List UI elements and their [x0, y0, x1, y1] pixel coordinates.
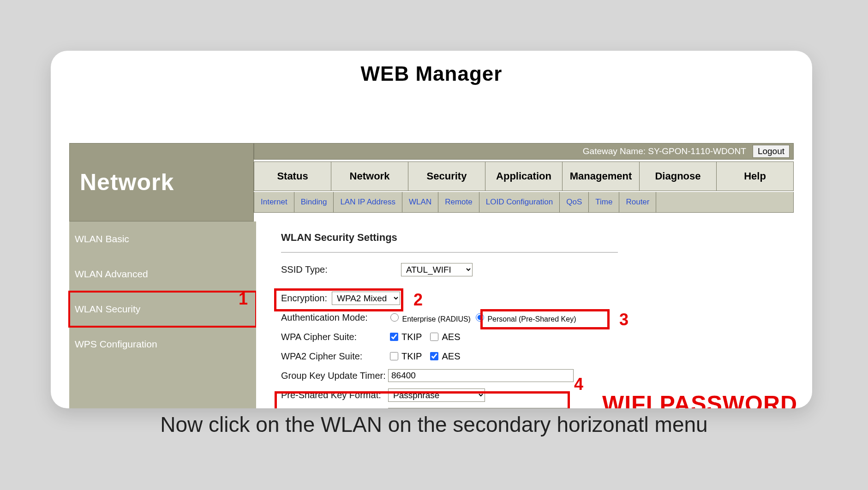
wpa-tkip-label[interactable]: TKIP: [388, 331, 422, 342]
auth-personal-text: Personal (Pre-Shared Key): [487, 315, 576, 323]
gateway-bar: Gateway Name: SY-GPON-1110-WDONT Logout: [254, 143, 794, 160]
divider: [281, 252, 618, 253]
wpa-aes-text: AES: [442, 332, 460, 342]
side-menu-wlan-advanced[interactable]: WLAN Advanced: [69, 257, 256, 292]
primary-menu-network[interactable]: Network: [331, 162, 408, 191]
row-wpa2-cipher: WPA2 Cipher Suite: TKIP AES: [281, 348, 794, 365]
instruction-caption: Now click on the WLAN on the secondary h…: [0, 412, 868, 437]
label-wpa-cipher: WPA Cipher Suite:: [281, 332, 388, 342]
side-menu-wlan-basic[interactable]: WLAN Basic: [69, 221, 256, 257]
checkbox-wpa-aes[interactable]: [430, 333, 438, 341]
auth-enterprise-label[interactable]: Enterprise (RADIUS): [388, 312, 471, 323]
checkbox-wpa2-tkip[interactable]: [390, 352, 398, 360]
row-encryption: Encryption: WPA2 Mixed: [281, 290, 794, 306]
label-wpa2-cipher: WPA2 Cipher Suite:: [281, 351, 388, 362]
secondary-menu-fill: [656, 192, 793, 212]
row-wpa-cipher: WPA Cipher Suite: TKIP AES: [281, 329, 794, 345]
wpa2-aes-text: AES: [442, 351, 460, 362]
callout-number-1: 1: [239, 289, 248, 309]
side-menu: WLAN Basic WLAN Advanced WLAN Security W…: [69, 221, 256, 408]
wpa-aes-label[interactable]: AES: [428, 331, 460, 342]
label-ssid-type: SSID Type:: [281, 264, 401, 275]
label-auth-mode: Authentication Mode:: [281, 312, 388, 323]
row-auth-mode: Authentication Mode: Enterprise (RADIUS)…: [281, 309, 794, 326]
primary-menu-application[interactable]: Application: [485, 162, 563, 191]
radio-auth-personal[interactable]: [476, 313, 484, 322]
secondary-menu-time[interactable]: Time: [589, 192, 619, 212]
primary-menu-diagnose[interactable]: Diagnose: [640, 162, 717, 191]
secondary-menu-binding[interactable]: Binding: [294, 192, 334, 212]
input-group-key-timer[interactable]: [388, 369, 574, 382]
label-gkt: Group Key Update Timer:: [281, 370, 388, 381]
secondary-menu-internet[interactable]: Internet: [254, 192, 294, 212]
callout-number-3: 3: [619, 310, 629, 329]
primary-menu-status[interactable]: Status: [254, 162, 331, 191]
primary-menu-management[interactable]: Management: [563, 162, 640, 191]
wpa2-aes-label[interactable]: AES: [428, 351, 460, 362]
label-psk-format: Pre-Shared Key Format:: [281, 390, 388, 400]
label-encryption: Encryption:: [281, 293, 332, 304]
secondary-menu: Internet Binding LAN IP Address WLAN Rem…: [254, 192, 794, 213]
secondary-menu-remote[interactable]: Remote: [438, 192, 479, 212]
logout-button[interactable]: Logout: [753, 145, 790, 158]
auth-personal-label[interactable]: Personal (Pre-Shared Key): [473, 312, 576, 323]
row-gkt: Group Key Update Timer:: [281, 367, 794, 384]
secondary-menu-lanip[interactable]: LAN IP Address: [334, 192, 402, 212]
primary-menu-security[interactable]: Security: [408, 162, 485, 191]
row-ssid-type: SSID Type: ATUL_WIFI: [281, 261, 794, 278]
callout-number-2: 2: [413, 290, 423, 310]
content-panel: WLAN Security Settings SSID Type: ATUL_W…: [256, 221, 794, 408]
primary-menu: Status Network Security Application Mana…: [254, 161, 794, 191]
network-header-title: Network: [80, 169, 174, 196]
side-menu-wlan-security[interactable]: WLAN Security: [69, 292, 256, 327]
wpa2-tkip-label[interactable]: TKIP: [388, 351, 422, 362]
page-title: WEB Manager: [361, 62, 503, 85]
select-ssid-type[interactable]: ATUL_WIFI: [401, 263, 473, 276]
select-encryption[interactable]: WPA2 Mixed: [332, 292, 400, 305]
wifi-password-label: WIFI PASSWORD: [602, 391, 797, 408]
radio-auth-enterprise[interactable]: [390, 313, 399, 322]
secondary-menu-loid[interactable]: LOID Configuration: [479, 192, 560, 212]
title-bar: WEB Manager: [51, 51, 812, 97]
select-psk-format[interactable]: Passphrase: [388, 388, 485, 402]
callout-number-4: 4: [574, 375, 583, 394]
gateway-name: Gateway Name: SY-GPON-1110-WDONT: [583, 146, 746, 156]
secondary-menu-wlan[interactable]: WLAN: [402, 192, 438, 212]
auth-enterprise-text: Enterprise (RADIUS): [402, 315, 470, 323]
app-window: WEB Manager Gateway Name: SY-GPON-1110-W…: [51, 51, 812, 408]
wpa2-tkip-text: TKIP: [401, 351, 422, 362]
section-title: WLAN Security Settings: [281, 232, 794, 244]
secondary-menu-router[interactable]: Router: [619, 192, 656, 212]
side-menu-wps-config[interactable]: WPS Configuration: [69, 327, 256, 362]
primary-menu-help[interactable]: Help: [717, 162, 793, 191]
checkbox-wpa-tkip[interactable]: [390, 333, 398, 341]
wpa-tkip-text: TKIP: [401, 332, 422, 342]
secondary-menu-qos[interactable]: QoS: [560, 192, 589, 212]
network-header-block: Network: [69, 143, 254, 221]
input-pre-shared-key[interactable]: [388, 408, 570, 408]
checkbox-wpa2-aes[interactable]: [430, 352, 438, 360]
